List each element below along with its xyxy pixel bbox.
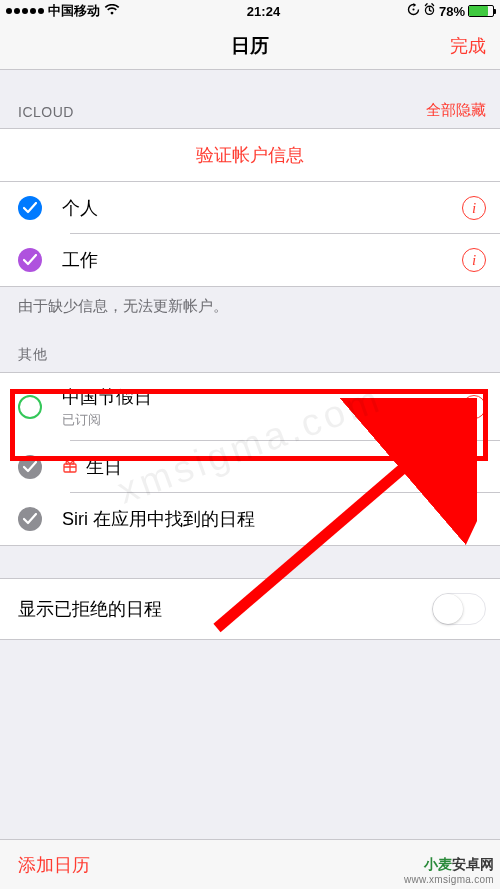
bottom-toolbar: 添加日历 (0, 839, 500, 889)
status-bar: 中国移动 21:24 78% (0, 0, 500, 22)
unchecked-circle-icon (18, 395, 42, 419)
page-title: 日历 (231, 33, 269, 59)
wifi-icon (104, 4, 120, 19)
other-list: 中国节假日 已订阅 i 生日 Siri 在应用中找到的日程 (0, 372, 500, 546)
calendar-name: 中国节假日 (62, 385, 462, 409)
battery-icon (468, 5, 494, 17)
verify-account-button[interactable]: 验证帐户信息 (0, 129, 500, 182)
checkmark-icon (18, 248, 42, 272)
add-calendar-button[interactable]: 添加日历 (18, 853, 90, 877)
signal-strength-icon (6, 8, 44, 14)
icloud-list: 验证帐户信息 个人 i 工作 i (0, 128, 500, 287)
calendar-row-personal[interactable]: 个人 i (0, 182, 500, 234)
section-header-icloud: ICLOUD 全部隐藏 (0, 70, 500, 128)
status-right: 78% (407, 3, 494, 19)
hide-all-button[interactable]: 全部隐藏 (426, 101, 486, 120)
orientation-lock-icon (407, 3, 420, 19)
carrier-label: 中国移动 (48, 2, 100, 20)
checkmark-icon (18, 507, 42, 531)
info-icon[interactable]: i (462, 248, 486, 272)
show-declined-label: 显示已拒绝的日程 (18, 597, 162, 621)
calendar-row-birthdays[interactable]: 生日 (0, 441, 500, 493)
calendar-name: 生日 (86, 455, 122, 479)
show-declined-toggle[interactable] (432, 593, 486, 625)
checkmark-icon (18, 455, 42, 479)
calendar-row-work[interactable]: 工作 i (0, 234, 500, 286)
calendar-name: Siri 在应用中找到的日程 (62, 507, 486, 531)
svg-point-0 (412, 8, 414, 10)
info-icon[interactable]: i (462, 395, 486, 419)
calendar-subtitle: 已订阅 (62, 411, 462, 429)
gift-icon (62, 458, 78, 477)
checkmark-icon (18, 196, 42, 220)
alarm-icon (423, 3, 436, 19)
calendar-name: 个人 (62, 196, 462, 220)
section-label: 其他 (18, 346, 47, 364)
calendar-row-siri[interactable]: Siri 在应用中找到的日程 (0, 493, 500, 545)
calendar-row-china-holidays[interactable]: 中国节假日 已订阅 i (0, 373, 500, 441)
battery-percent: 78% (439, 4, 465, 19)
status-left: 中国移动 (6, 2, 120, 20)
show-declined-row: 显示已拒绝的日程 (0, 578, 500, 640)
section-label: ICLOUD (18, 104, 74, 120)
icloud-footer-note: 由于缺少信息，无法更新帐户。 (0, 287, 500, 332)
clock-time: 21:24 (247, 4, 280, 19)
calendar-name: 工作 (62, 248, 462, 272)
nav-bar: 日历 完成 (0, 22, 500, 70)
done-button[interactable]: 完成 (450, 34, 486, 58)
info-icon[interactable]: i (462, 196, 486, 220)
section-header-other: 其他 (0, 332, 500, 372)
